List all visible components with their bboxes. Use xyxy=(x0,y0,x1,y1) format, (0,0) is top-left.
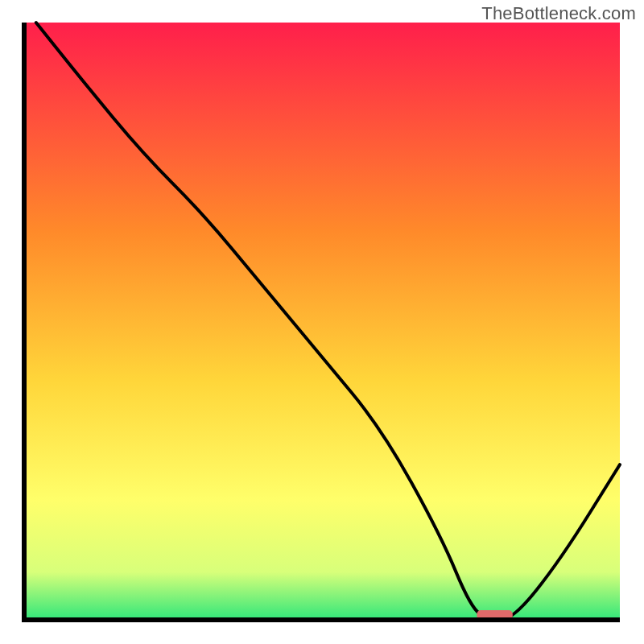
watermark-label: TheBottleneck.com xyxy=(481,3,636,24)
chart-stage: TheBottleneck.com xyxy=(0,0,644,644)
plot-gradient-background xyxy=(24,23,620,620)
chart-svg xyxy=(0,0,644,644)
